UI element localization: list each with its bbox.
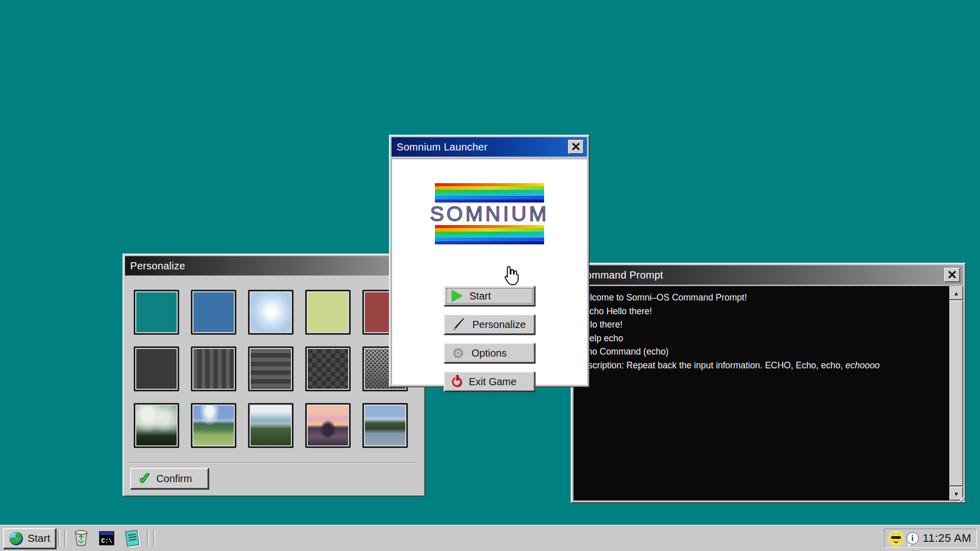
wallpaper-swatch <box>192 291 235 333</box>
terminal-line: Welcome to Somni–OS Command Prompt! <box>577 291 947 305</box>
options-button[interactable]: ⚙ Options <box>444 343 535 363</box>
wallpaper-swatch <box>364 405 406 446</box>
wallpaper-swatch <box>307 348 349 390</box>
close-button[interactable]: ✕ <box>568 140 584 154</box>
hand-cursor-icon <box>502 266 520 286</box>
recycle-bin-glyph <box>74 530 89 546</box>
scrollbar[interactable]: ▲ ▼ <box>949 286 963 500</box>
wallpaper-photo-mountain[interactable] <box>191 403 236 448</box>
logo-wordmark: SOMNIUM <box>435 203 544 225</box>
gear-icon: ⚙ <box>452 346 464 360</box>
wallpaper-horizontal-stripes[interactable] <box>248 346 293 391</box>
close-icon: ✕ <box>947 269 957 281</box>
wallpaper-solid-teal[interactable] <box>134 290 179 335</box>
wallpaper-solid-blue[interactable] <box>191 290 236 335</box>
sun-smiley-icon[interactable] <box>890 532 902 545</box>
divider <box>128 462 415 463</box>
scrollbar-thumb[interactable] <box>949 300 963 486</box>
start-button-label: Start <box>28 532 50 544</box>
notepad-glyph <box>125 530 139 546</box>
wallpaper-swatch <box>250 291 292 333</box>
wallpaper-swatch <box>135 405 178 446</box>
taskbar-divider <box>58 530 60 546</box>
exit-game-button[interactable]: Exit Game <box>444 371 535 392</box>
arrow-down-icon: ▼ <box>953 491 959 497</box>
info-bubble-icon[interactable]: i <box>906 532 919 544</box>
start-button[interactable]: Start <box>3 528 56 549</box>
system-tray: i 11:25 AM <box>884 529 977 548</box>
personalize-button[interactable]: Personalize <box>444 314 535 335</box>
wallpaper-checkerboard[interactable] <box>305 346 351 391</box>
rainbow-bar-top <box>435 183 544 203</box>
terminal-area: Welcome to Somni–OS Command Prompt! > ec… <box>573 286 963 500</box>
somnium-logo: SOMNIUM <box>435 183 544 244</box>
terminal-line: > echo Hello there! <box>577 305 947 318</box>
terminal-line: Description: Repeat back the input infor… <box>577 359 947 372</box>
options-label: Options <box>472 347 507 359</box>
wallpaper-grid <box>134 290 408 448</box>
wallpaper-swatch <box>192 348 235 390</box>
taskbar-divider <box>153 530 155 546</box>
wallpaper-photo-palm-trees[interactable] <box>134 403 179 448</box>
recycle-bin-icon[interactable] <box>72 530 90 547</box>
start-game-button[interactable]: Start <box>444 286 535 306</box>
wallpaper-swatch <box>135 348 178 390</box>
scroll-up-button[interactable]: ▲ <box>949 286 963 300</box>
command-prompt-title: Command Prompt <box>578 269 944 281</box>
wallpaper-swatch <box>250 405 292 446</box>
wallpaper-swatch <box>307 291 349 333</box>
wallpaper-solid-olive[interactable] <box>305 290 351 335</box>
personalize-title: Personalize <box>130 260 420 272</box>
wallpaper-swatch <box>250 348 292 390</box>
launcher-window: Somnium Launcher ✕ SOMNIUM Start <box>389 135 590 387</box>
wallpaper-swatch <box>307 405 349 446</box>
confirm-label: Confirm <box>156 473 192 485</box>
globe-icon <box>9 532 23 545</box>
terminal-line: > help echo <box>577 332 947 345</box>
power-icon <box>452 377 462 387</box>
launcher-body: SOMNIUM Start Personalize ⚙ Opt <box>391 159 587 385</box>
launcher-menu: Start Personalize ⚙ Options Exit Game <box>444 286 535 392</box>
wallpaper-photo-sunset-castle[interactable] <box>305 403 351 448</box>
wallpaper-cloudy-sky[interactable] <box>248 290 293 335</box>
launcher-titlebar[interactable]: Somnium Launcher ✕ <box>391 137 587 157</box>
taskbar: Start C:\ i 11:25 AM <box>0 525 980 551</box>
close-button[interactable]: ✕ <box>944 268 960 282</box>
checkmark-icon: ✓ <box>138 471 151 486</box>
terminal-line: Echo Command (echo) <box>577 345 947 359</box>
clock: 11:25 AM <box>923 532 971 545</box>
arrow-up-icon: ▲ <box>953 290 959 296</box>
paintbrush-icon <box>452 318 465 331</box>
wallpaper-solid-dark-gray[interactable] <box>134 346 179 391</box>
wallpaper-photo-bay[interactable] <box>248 403 293 448</box>
wallpaper-swatch <box>192 405 235 446</box>
rainbow-bar-bottom <box>435 225 544 244</box>
close-icon: ✕ <box>571 141 581 153</box>
desktop: { "desktop": { "background_color": "#008… <box>0 0 980 551</box>
terminal-line: Hello there! <box>577 318 947 332</box>
terminal-output: Welcome to Somni–OS Command Prompt! > ec… <box>574 286 949 500</box>
command-prompt-shortcut-icon[interactable]: C:\ <box>98 530 115 547</box>
personalize-label: Personalize <box>473 319 526 331</box>
launcher-title: Somnium Launcher <box>397 141 568 153</box>
cmd-glyph: C:\ <box>99 531 114 545</box>
personalize-titlebar[interactable]: Personalize <box>125 256 423 276</box>
play-icon <box>452 290 462 302</box>
notepad-shortcut-icon[interactable] <box>124 530 141 547</box>
taskbar-divider <box>147 530 149 546</box>
wallpaper-swatch <box>135 291 178 333</box>
wallpaper-photo-lake[interactable] <box>362 403 408 448</box>
terminal-italic-word: echoooo <box>845 360 879 370</box>
confirm-button[interactable]: ✓ Confirm <box>130 468 209 489</box>
command-prompt-window: Command Prompt ✕ Welcome to Somni–OS Com… <box>571 263 966 503</box>
taskbar-divider <box>64 530 66 546</box>
personalize-window: Personalize ✓ Confirm <box>122 254 425 496</box>
wallpaper-vertical-stripes[interactable] <box>191 346 236 391</box>
exit-game-label: Exit Game <box>469 376 517 388</box>
command-prompt-titlebar[interactable]: Command Prompt ✕ <box>573 265 963 285</box>
